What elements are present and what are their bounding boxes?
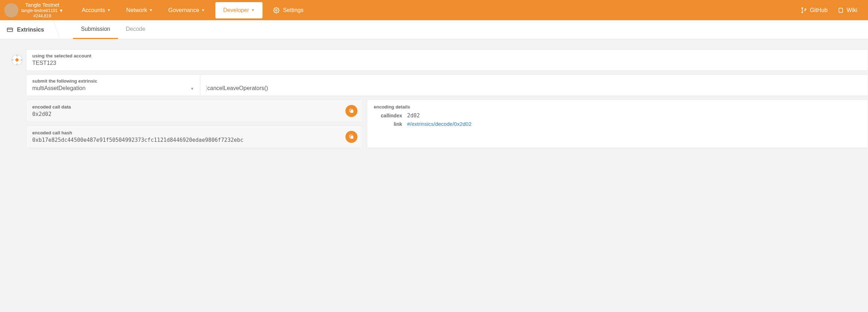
nav-accounts-label: Accounts	[82, 7, 105, 13]
tab-decode-label: Decode	[126, 26, 145, 32]
svg-rect-7	[12, 59, 13, 61]
call-selector[interactable]: cancelLeaveOperators()	[200, 75, 868, 96]
svg-rect-11	[350, 110, 353, 113]
nav-governance-label: Governance	[168, 7, 199, 13]
svg-point-3	[805, 9, 806, 10]
nav-network[interactable]: Network ▼	[118, 0, 160, 20]
git-branch-icon	[801, 7, 807, 13]
book-icon	[838, 7, 844, 13]
encoded-call-data-box: encoded call data 0x2d02	[26, 100, 363, 122]
encoded-call-hash-label: encoded call hash	[32, 130, 357, 135]
pallet-value: multiAssetDelegation	[32, 85, 194, 91]
chain-selector[interactable]: Tangle Testnet tangle-testnet/1101 ▼ #24…	[0, 0, 71, 20]
svg-rect-9	[16, 55, 18, 56]
encoded-call-data-value: 0x2d02	[32, 111, 357, 117]
content-area: using the selected account TEST123 submi…	[0, 39, 868, 148]
tab-submission-label: Submission	[81, 26, 110, 32]
tab-decode[interactable]: Decode	[118, 20, 153, 39]
svg-rect-10	[16, 63, 18, 65]
callindex-value: 2d02	[407, 112, 861, 119]
chevron-down-icon: ▼	[251, 8, 255, 12]
nav-developer-label: Developer	[223, 7, 249, 13]
top-nav: Tangle Testnet tangle-testnet/1101 ▼ #24…	[0, 0, 868, 20]
copy-icon	[349, 134, 354, 140]
encoded-call-data-label: encoded call data	[32, 104, 357, 110]
copy-call-data-button[interactable]	[345, 105, 357, 117]
pallet-selector[interactable]: submit the following extrinsic multiAsse…	[27, 75, 200, 96]
section-title: Extrinsics	[17, 27, 44, 33]
nav-developer[interactable]: Developer ▼	[215, 2, 263, 18]
decode-link[interactable]: #/extrinsics/decode/0x2d02	[407, 121, 861, 127]
copy-icon	[349, 108, 354, 114]
svg-rect-8	[21, 59, 22, 61]
svg-point-2	[802, 12, 803, 13]
block-number: #244,819	[21, 13, 63, 18]
chevron-down-icon: ▼	[107, 8, 111, 12]
account-label: using the selected account	[32, 53, 862, 58]
chain-logo	[4, 3, 18, 17]
link-github[interactable]: GitHub	[796, 7, 833, 13]
sub-nav: Extrinsics Submission Decode	[0, 20, 868, 39]
svg-rect-4	[7, 28, 13, 32]
encoding-details-box: encoding details callindex 2d02 link #/e…	[367, 100, 868, 148]
svg-rect-13	[350, 136, 353, 139]
chain-name: Tangle Testnet	[21, 2, 63, 8]
chain-spec: tangle-testnet/1101	[21, 8, 58, 13]
svg-point-1	[802, 7, 803, 9]
chevron-down-icon: ▼	[201, 8, 205, 12]
encoded-call-hash-box: encoded call hash 0xb17e825dc44500e487e9…	[26, 126, 363, 148]
decode-link-label: link	[374, 121, 402, 127]
link-wiki-label: Wiki	[847, 7, 857, 13]
account-identicon[interactable]	[11, 54, 23, 66]
chevron-down-icon: ▼	[190, 87, 194, 91]
link-github-label: GitHub	[810, 7, 828, 13]
nav-settings[interactable]: Settings	[265, 0, 311, 20]
encoding-details-title: encoding details	[374, 104, 861, 110]
copy-call-hash-button[interactable]	[345, 131, 357, 143]
chevron-down-icon: ▼	[149, 8, 153, 12]
encoded-call-hash-value: 0xb17e825dc44500e487e91f50504992373cfc11…	[32, 137, 357, 143]
account-selector[interactable]: using the selected account TEST123	[26, 49, 868, 71]
nav-accounts[interactable]: Accounts ▼	[74, 0, 119, 20]
chevron-down-icon: ▼	[59, 8, 63, 13]
callindex-label: callindex	[374, 113, 402, 118]
call-value: cancelLeaveOperators()	[206, 85, 268, 91]
nav-settings-label: Settings	[283, 7, 304, 13]
account-value: TEST123	[32, 60, 862, 66]
nav-governance[interactable]: Governance ▼	[160, 0, 213, 20]
gear-icon	[273, 7, 280, 13]
section-header: Extrinsics	[0, 20, 52, 39]
extrinsics-icon	[6, 26, 13, 33]
extrinsic-label: submit the following extrinsic	[32, 78, 194, 84]
tab-submission[interactable]: Submission	[73, 20, 118, 39]
svg-point-0	[276, 9, 277, 11]
nav-network-label: Network	[126, 7, 147, 13]
link-wiki[interactable]: Wiki	[833, 7, 862, 13]
